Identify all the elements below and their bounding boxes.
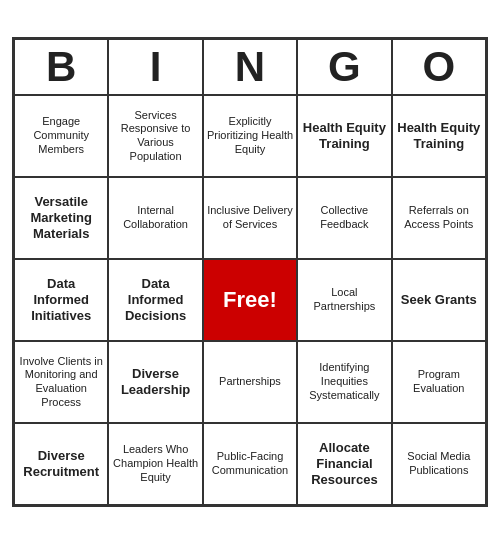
bingo-header: BINGO: [14, 39, 486, 95]
bingo-cell-13: Local Partnerships: [297, 259, 391, 341]
bingo-cell-15: Involve Clients in Monitoring and Evalua…: [14, 341, 108, 423]
bingo-cell-7: Inclusive Delivery of Services: [203, 177, 297, 259]
bingo-cell-17: Partnerships: [203, 341, 297, 423]
bingo-letter-i: I: [108, 39, 202, 95]
bingo-cell-14: Seek Grants: [392, 259, 486, 341]
bingo-cell-23: Allocate Financial Resources: [297, 423, 391, 505]
bingo-cell-6: Internal Collaboration: [108, 177, 202, 259]
bingo-cell-11: Data Informed Decisions: [108, 259, 202, 341]
bingo-grid: Engage Community MembersServices Respons…: [14, 95, 486, 505]
bingo-cell-22: Public-Facing Communication: [203, 423, 297, 505]
bingo-cell-19: Program Evaluation: [392, 341, 486, 423]
bingo-cell-8: Collective Feedback: [297, 177, 391, 259]
bingo-cell-20: Diverse Recruitment: [14, 423, 108, 505]
bingo-cell-5: Versatile Marketing Materials: [14, 177, 108, 259]
bingo-letter-g: G: [297, 39, 391, 95]
bingo-cell-21: Leaders Who Champion Health Equity: [108, 423, 202, 505]
bingo-cell-1: Services Responsive to Various Populatio…: [108, 95, 202, 177]
bingo-cell-24: Social Media Publications: [392, 423, 486, 505]
bingo-letter-b: B: [14, 39, 108, 95]
bingo-cell-9: Referrals on Access Points: [392, 177, 486, 259]
bingo-cell-18: Identifying Inequities Systematically: [297, 341, 391, 423]
bingo-letter-o: O: [392, 39, 486, 95]
bingo-cell-16: Diverse Leadership: [108, 341, 202, 423]
bingo-letter-n: N: [203, 39, 297, 95]
bingo-card: BINGO Engage Community MembersServices R…: [12, 37, 488, 507]
bingo-cell-10: Data Informed Initiatives: [14, 259, 108, 341]
bingo-cell-12: Free!: [203, 259, 297, 341]
bingo-cell-2: Explicitly Prioritizing Health Equity: [203, 95, 297, 177]
bingo-cell-3: Health Equity Training: [297, 95, 391, 177]
bingo-cell-0: Engage Community Members: [14, 95, 108, 177]
bingo-cell-4: Health Equity Training: [392, 95, 486, 177]
